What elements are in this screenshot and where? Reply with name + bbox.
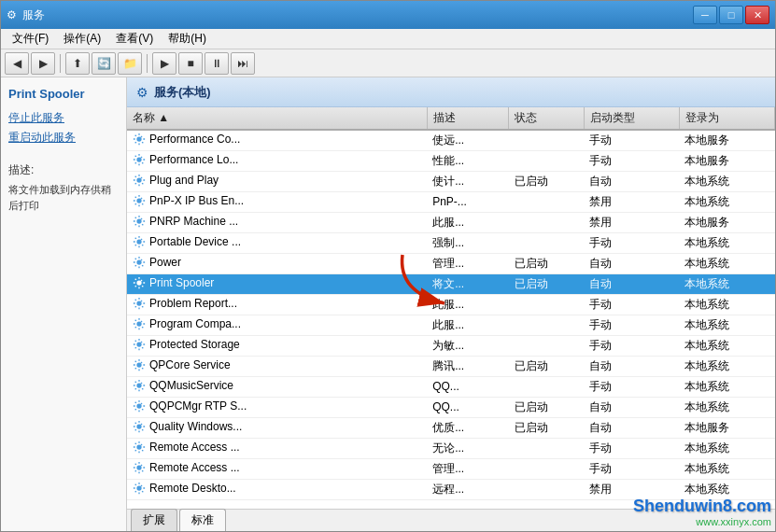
svg-point-16 [136,444,141,449]
table-row[interactable]: Performance Lo...性能...手动本地服务 [127,150,775,171]
back-button[interactable]: ◀ [5,52,29,75]
cell-desc: 此服... [427,315,509,335]
cell-logon: 本地系统 [679,294,774,315]
cell-status [509,232,584,253]
toolbar-separator-1 [60,54,61,73]
table-row[interactable]: Remote Access ...管理...手动本地系统 [127,458,775,479]
svg-point-18 [136,485,141,490]
table-row[interactable]: Program Compa...此服...手动本地系统 [127,315,775,335]
cell-service-name: Remote Access ... [127,458,427,479]
svg-point-12 [136,362,141,367]
left-panel-title: Print Spooler [8,87,119,101]
menu-view[interactable]: 查看(V) [108,29,161,49]
tab-standard[interactable]: 标准 [179,509,226,531]
cell-status [509,438,584,458]
bottom-tabs: 扩展 标准 [127,509,775,531]
col-startup[interactable]: 启动类型 [584,107,679,130]
window-title: 服务 [22,7,45,23]
cell-status [509,294,584,315]
menu-action[interactable]: 操作(A) [56,29,108,49]
folder-button[interactable]: 📁 [118,52,142,75]
services-table: 名称 ▲ 描述 状态 启动类型 登录为 Performance Co...使远.… [127,107,775,500]
stop-button[interactable]: ■ [178,52,203,75]
cell-status [509,335,584,356]
table-row[interactable]: Problem Report...此服...手动本地系统 [127,294,775,315]
restart-button[interactable]: ⏭ [231,52,255,75]
menu-file[interactable]: 文件(F) [5,29,56,49]
cell-logon: 本地系统 [679,335,774,356]
table-row[interactable]: QQMusicServiceQQ...手动本地系统 [127,376,775,397]
cell-startup: 自动 [584,417,679,438]
cell-status [509,315,584,335]
cell-startup: 自动 [584,171,679,191]
cell-logon: 本地系统 [679,232,774,253]
play-button[interactable]: ▶ [152,52,176,75]
cell-startup: 手动 [584,438,679,458]
cell-startup: 手动 [584,315,679,335]
close-button[interactable]: ✕ [745,6,769,24]
desc-label: 描述: [8,162,119,178]
svg-point-8 [136,280,141,285]
cell-status: 已启动 [509,253,584,273]
up-button[interactable]: ⬆ [65,52,90,75]
cell-logon: 本地系统 [679,376,774,397]
cell-service-name: Problem Report... [127,294,427,315]
table-row[interactable]: Remote Deskto...远程...禁用本地系统 [127,479,775,499]
forward-button[interactable]: ▶ [31,52,55,75]
panel-header-icon: ⚙ [136,85,148,100]
svg-point-9 [136,301,141,305]
table-row[interactable]: QQPCMgr RTP S...QQ...已启动自动本地系统 [127,397,775,417]
table-row[interactable]: Portable Device ...强制...手动本地系统 [127,232,775,253]
cell-status: 已启动 [509,397,584,417]
col-status[interactable]: 状态 [509,107,584,130]
table-row[interactable]: PNRP Machine ...此服...禁用本地服务 [127,212,775,232]
col-desc[interactable]: 描述 [427,107,509,130]
minimize-button[interactable]: ─ [693,6,717,24]
cell-desc: 为敏... [427,335,509,356]
tab-expand[interactable]: 扩展 [131,509,177,531]
svg-point-4 [136,198,141,203]
table-row[interactable]: PnP-X IP Bus En...PnP-...禁用本地系统 [127,191,775,212]
cell-desc: 强制... [427,232,509,253]
cell-logon: 本地服务 [679,150,774,171]
svg-point-3 [136,177,141,182]
table-row[interactable]: Performance Co...使远...手动本地服务 [127,130,775,150]
cell-service-name: QPCore Service [127,356,427,376]
stop-service-link[interactable]: 停止此服务 [8,110,119,126]
refresh-button[interactable]: 🔄 [92,52,116,75]
cell-startup: 禁用 [584,479,679,499]
table-row[interactable]: Print Spooler将文...已启动自动本地系统 [127,273,775,294]
cell-desc: 性能... [427,150,509,171]
table-row[interactable]: Plug and Play使计...已启动自动本地系统 [127,171,775,191]
col-logon[interactable]: 登录为 [679,107,774,130]
cell-desc: 优质... [427,417,509,438]
table-row[interactable]: Protected Storage为敏...手动本地系统 [127,335,775,356]
cell-desc: 使计... [427,171,509,191]
cell-service-name: Plug and Play [127,171,427,191]
right-panel: ⚙ 服务(本地) 名称 ▲ [127,77,775,531]
menu-bar: 文件(F) 操作(A) 查看(V) 帮助(H) [1,29,775,49]
cell-startup: 自动 [584,273,679,294]
table-row[interactable]: Quality Windows...优质...已启动自动本地服务 [127,417,775,438]
left-panel: Print Spooler 停止此服务 重启动此服务 描述: 将文件加载到内存供… [1,77,127,531]
svg-point-15 [136,424,141,428]
restart-service-link[interactable]: 重启动此服务 [8,130,119,146]
cell-startup: 手动 [584,294,679,315]
table-row[interactable]: QPCore Service腾讯...已启动自动本地系统 [127,356,775,376]
table-row[interactable]: Power管理...已启动自动本地系统 [127,253,775,273]
title-bar-buttons: ─ □ ✕ [693,6,769,24]
cell-desc: 管理... [427,253,509,273]
cell-desc: 此服... [427,294,509,315]
menu-help[interactable]: 帮助(H) [161,29,214,49]
col-name[interactable]: 名称 ▲ [127,107,427,130]
cell-service-name: Performance Co... [127,130,427,150]
table-row[interactable]: Remote Access ...无论...手动本地系统 [127,438,775,458]
maximize-button[interactable]: □ [719,6,743,24]
cell-logon: 本地系统 [679,253,774,273]
svg-point-17 [136,465,141,469]
svg-point-1 [136,136,141,141]
pause-button[interactable]: ⏸ [205,52,229,75]
services-table-container[interactable]: 名称 ▲ 描述 状态 启动类型 登录为 Performance Co...使远.… [127,107,775,509]
cell-service-name: QQPCMgr RTP S... [127,397,427,417]
cell-logon: 本地系统 [679,171,774,191]
